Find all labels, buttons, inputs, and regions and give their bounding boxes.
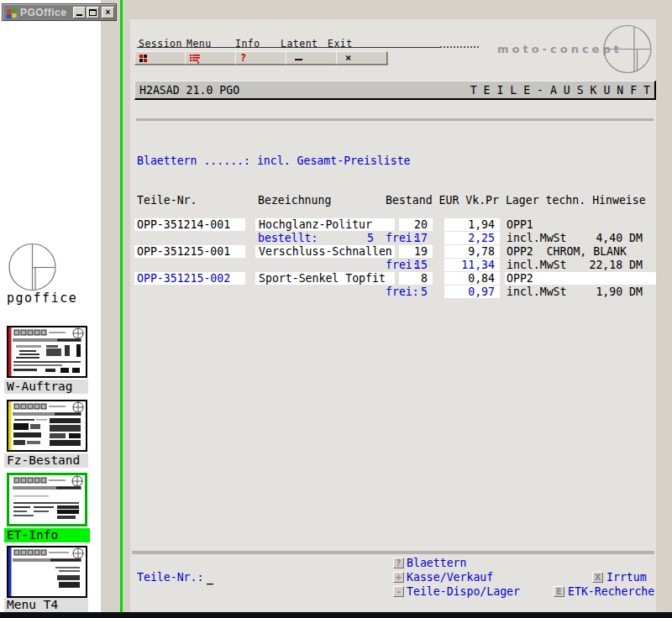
sidebar-item-et-info[interactable]: ET-Info [4, 528, 90, 542]
action-blaettern[interactable]: Blaettern [407, 557, 466, 569]
sidebar-item-w-auftrag[interactable]: W-Auftrag [4, 380, 88, 394]
thumbnail-et-info[interactable] [7, 473, 87, 526]
minimize-icon [76, 14, 82, 16]
blaettern-key-icon[interactable]: ? [393, 558, 404, 568]
teile-nr-prompt: Teile-Nr.: [137, 571, 203, 584]
et-info-preview-image [9, 475, 85, 524]
thumbnail-w-auftrag[interactable] [7, 326, 87, 378]
column-header-teile-nr: Teile-Nr. [137, 194, 197, 207]
teile-nr-input[interactable]: _ [207, 572, 213, 584]
etk-key-icon[interactable]: E [554, 586, 564, 597]
menu-dotted-line [440, 46, 479, 48]
close-icon: × [106, 8, 111, 17]
screen-title-left: H2ASAD 21.0 PGO [139, 84, 239, 97]
close-button[interactable]: × [102, 7, 114, 18]
sidebar-item-fz-bestand[interactable]: Fz-Bestand [4, 453, 88, 468]
info-button[interactable]: ? [235, 51, 286, 65]
window-titlebar[interactable]: PGOffice × [2, 3, 117, 21]
bottom-border-bar [0, 612, 672, 618]
exit-button[interactable]: × [336, 51, 387, 65]
fz-bestand-preview-image [8, 401, 86, 450]
maximize-button[interactable] [87, 7, 99, 18]
sidebar: pgoffice [0, 0, 101, 612]
terminal-screen [130, 19, 656, 612]
screen-title-bar: H2ASAD 21.0 PGO T E I L E - A U S K U N … [134, 81, 656, 100]
session-button[interactable] [134, 51, 186, 65]
irrtum-key-icon[interactable]: X [592, 572, 603, 583]
minimize-button[interactable] [73, 7, 86, 18]
pgoffice-logo [8, 243, 57, 293]
separator-top [136, 118, 654, 121]
action-irrtum[interactable]: Irrtum [606, 571, 647, 584]
kasse-key-icon[interactable]: + [393, 572, 404, 583]
action-kasse-verkauf[interactable]: Kasse/Verkauf [407, 571, 493, 584]
thumbnail-fz-bestand[interactable] [7, 400, 87, 452]
action-etk-recherche[interactable]: ETK-Recherche [568, 585, 654, 598]
maximize-icon [89, 9, 97, 16]
sidebar-item-menu-t4[interactable]: Menu T4 [4, 598, 88, 612]
app-window: pgoffice [0, 0, 672, 618]
w-auftrag-preview-image [8, 327, 86, 376]
info-line: Blaettern ......: incl. Gesamt-Preislist… [137, 154, 411, 167]
list-icon [190, 53, 201, 64]
brand-logo-circle [601, 24, 654, 75]
action-teile-dispo-lager[interactable]: Teile-Dispo/Lager [407, 585, 520, 598]
windows-logo-icon [6, 8, 18, 19]
thumbnail-menu-t4[interactable] [7, 546, 87, 598]
column-header-rest: Bestand EUR Vk.Pr Lager techn. Hinweise [386, 194, 646, 207]
close-icon: × [345, 52, 351, 64]
pgoffice-label: pgoffice [7, 291, 77, 306]
tiles-icon [139, 53, 148, 63]
window-title: PGOffice [20, 7, 66, 18]
green-divider-line [120, 0, 123, 612]
menu-underline [137, 47, 440, 48]
minimize-icon [295, 59, 302, 60]
menu-button[interactable] [185, 51, 236, 65]
question-icon: ? [240, 53, 246, 64]
column-header-bezeichnung: Bezeichnung [258, 194, 331, 207]
screen-title-right: T E I L E - A U S K U N F T [470, 84, 650, 97]
dispo-key-icon[interactable]: - [393, 586, 404, 597]
separator-bottom [132, 551, 654, 554]
menu-t4-preview-image [8, 547, 86, 596]
latent-button[interactable] [286, 51, 337, 65]
